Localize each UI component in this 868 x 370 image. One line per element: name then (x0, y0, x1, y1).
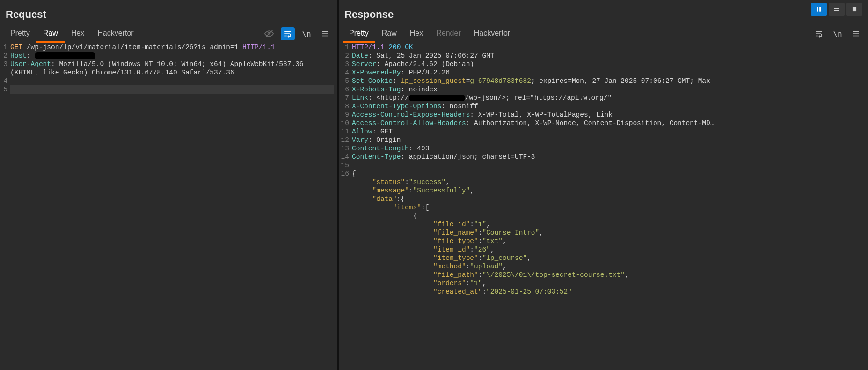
line-number: 9 (341, 111, 349, 119)
line-number (341, 262, 349, 271)
line-number (341, 212, 349, 220)
code-line[interactable]: Allow: GET (352, 127, 865, 136)
code-line[interactable]: "status":"success", (352, 178, 865, 186)
line-number (341, 178, 349, 186)
newline-icon[interactable]: \n (831, 27, 845, 40)
code-line[interactable]: Access-Control-Allow-Headers: Authorizat… (352, 119, 865, 127)
code-line[interactable]: "message":"Successfully", (352, 186, 865, 195)
request-title: Request (0, 0, 337, 24)
tab-pretty[interactable]: Pretty (4, 25, 36, 43)
line-number: 14 (341, 153, 349, 161)
wrap-icon[interactable] (812, 27, 826, 40)
line-number (341, 220, 349, 229)
code-line[interactable]: GET /wp-json/lp/v1/material/item-materia… (10, 43, 334, 52)
wrap-icon[interactable] (281, 27, 295, 40)
code-line[interactable]: "orders":"1", (352, 279, 865, 288)
line-number: 2 (341, 52, 349, 60)
tab-pretty[interactable]: Pretty (343, 25, 375, 43)
redacted (35, 52, 95, 59)
code-line[interactable]: "method":"upload", (352, 262, 865, 271)
line-number: 1 (341, 43, 349, 52)
code-line[interactable] (352, 161, 865, 170)
response-title: Response (339, 0, 868, 24)
code-line[interactable]: X-Content-Type-Options: nosniff (352, 102, 865, 111)
line-number: 7 (341, 94, 349, 102)
line-number (341, 186, 349, 195)
top-controls (811, 3, 862, 16)
line-number: 4 (341, 68, 349, 77)
code-line[interactable]: X-Robots-Tag: noindex (352, 85, 865, 94)
request-tabs: PrettyRawHexHackvertor \n (0, 24, 337, 43)
line-number (341, 279, 349, 288)
tab-raw[interactable]: Raw (36, 25, 65, 43)
stop-icon[interactable] (846, 3, 862, 16)
line-number (341, 271, 349, 279)
newline-icon[interactable]: \n (299, 27, 314, 40)
request-editor[interactable]: 12345 GET /wp-json/lp/v1/material/item-m… (0, 43, 337, 94)
code-line[interactable]: "item_id":"26", (352, 245, 865, 254)
svg-rect-9 (853, 7, 856, 11)
code-line[interactable]: "items":[ (352, 203, 865, 212)
response-pane: Response PrettyRawHexRenderHackvertor \n… (339, 0, 868, 370)
line-number: 6 (341, 85, 349, 94)
line-number (341, 203, 349, 212)
equal-icon[interactable] (829, 3, 845, 16)
line-number: 1 (2, 43, 7, 52)
code-line[interactable]: { (352, 212, 865, 220)
line-number (341, 245, 349, 254)
code-line[interactable]: HTTP/1.1 200 OK (352, 43, 865, 52)
tab-hex[interactable]: Hex (65, 25, 91, 43)
svg-rect-5 (817, 7, 818, 11)
tab-render[interactable]: Render (430, 25, 467, 43)
code-line[interactable]: Vary: Origin (352, 136, 865, 144)
redacted (409, 95, 465, 101)
line-number (341, 237, 349, 245)
code-line[interactable]: (KHTML, like Gecko) Chrome/131.0.6778.14… (10, 68, 334, 77)
eye-off-icon[interactable] (262, 27, 276, 40)
code-line[interactable]: Link: <http:///wp-json/>; rel="https://a… (352, 94, 865, 102)
code-line[interactable]: User-Agent: Mozilla/5.0 (Windows NT 10.0… (10, 60, 334, 68)
response-tabs: PrettyRawHexRenderHackvertor \n (339, 24, 868, 43)
code-line[interactable] (10, 85, 334, 94)
response-editor[interactable]: 12345678910111213141516 HTTP/1.1 200 OKD… (339, 43, 868, 296)
code-line[interactable]: "created_at":"2025-01-25 07:03:52" (352, 288, 865, 296)
line-number (341, 195, 349, 203)
line-number (2, 68, 7, 77)
code-line[interactable]: { (352, 170, 865, 178)
code-line[interactable]: "file_path":"\/2025\/01\/top-secret-cour… (352, 271, 865, 279)
pause-icon[interactable] (811, 3, 827, 16)
line-number: 4 (2, 77, 7, 85)
line-number: 5 (341, 77, 349, 85)
code-line[interactable]: Content-Length: 493 (352, 144, 865, 153)
menu-icon[interactable] (318, 27, 332, 40)
line-number: 8 (341, 102, 349, 111)
line-number: 11 (341, 127, 349, 136)
code-line[interactable]: Set-Cookie: lp_session_guest=g-67948d733… (352, 77, 865, 85)
line-number: 12 (341, 136, 349, 144)
line-number: 15 (341, 161, 349, 170)
code-line[interactable]: Content-Type: application/json; charset=… (352, 153, 865, 161)
code-line[interactable]: Server: Apache/2.4.62 (Debian) (352, 60, 865, 68)
code-line[interactable]: "item_type":"lp_course", (352, 254, 865, 262)
code-line[interactable]: "data":{ (352, 195, 865, 203)
code-line[interactable]: Access-Control-Expose-Headers: X-WP-Tota… (352, 111, 865, 119)
menu-icon[interactable] (849, 27, 863, 40)
code-line[interactable]: "file_name":"Course Intro", (352, 229, 865, 237)
line-number: 3 (2, 60, 7, 68)
code-line[interactable]: Date: Sat, 25 Jan 2025 07:06:27 GMT (352, 52, 865, 60)
code-line[interactable]: "file_id":"1", (352, 220, 865, 229)
tab-hex[interactable]: Hex (403, 25, 430, 43)
tab-hackvertor[interactable]: Hackvertor (467, 25, 517, 43)
line-number: 5 (2, 85, 7, 94)
code-line[interactable]: "file_type":"txt", (352, 237, 865, 245)
line-number: 13 (341, 144, 349, 153)
line-number: 10 (341, 119, 349, 127)
code-line[interactable]: Host: (10, 52, 334, 60)
code-line[interactable] (10, 77, 334, 85)
tab-raw[interactable]: Raw (375, 25, 403, 43)
line-number (341, 254, 349, 262)
line-number (341, 288, 349, 296)
svg-rect-6 (819, 7, 821, 11)
tab-hackvertor[interactable]: Hackvertor (91, 25, 140, 43)
code-line[interactable]: X-Powered-By: PHP/8.2.26 (352, 68, 865, 77)
